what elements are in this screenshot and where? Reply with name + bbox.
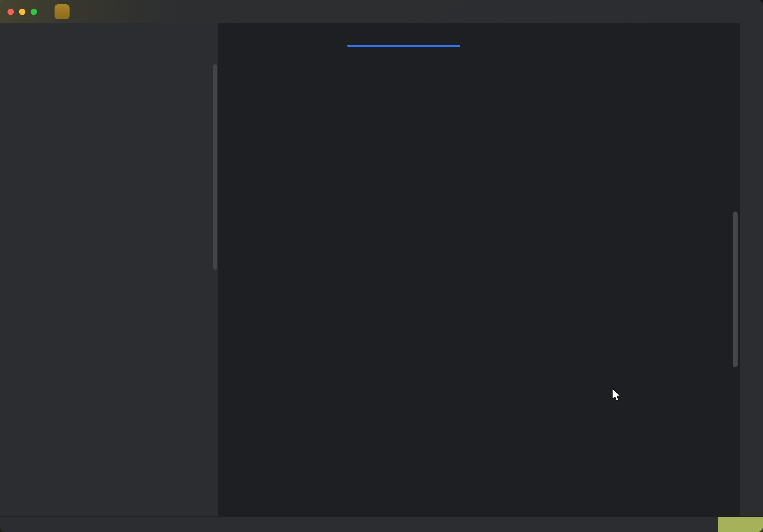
- run-toolbar: [473, 0, 581, 23]
- titlebar: [0, 0, 763, 24]
- vim-mode-badge[interactable]: [718, 517, 763, 532]
- left-tool-stripe: [0, 23, 24, 517]
- tab-javabackendapplication[interactable]: [223, 23, 227, 47]
- close-icon[interactable]: [360, 32, 367, 39]
- project-panel: [23, 23, 218, 517]
- right-tool-stripe: [740, 23, 763, 517]
- desktop: [0, 0, 763, 532]
- close-button[interactable]: [8, 9, 14, 15]
- tab-options-kebab-icon[interactable]: [722, 31, 731, 39]
- gutter-divider: [258, 47, 258, 517]
- zoom-button[interactable]: [31, 9, 37, 15]
- project-avatar: [54, 4, 69, 19]
- branch-selector[interactable]: [138, 0, 146, 23]
- active-tab-indicator: [347, 45, 460, 47]
- project-selector[interactable]: [54, 0, 78, 23]
- project-panel-header[interactable]: [34, 23, 37, 47]
- tree-scrollbar[interactable]: [213, 64, 217, 270]
- tab-productcontroller[interactable]: [351, 23, 367, 47]
- mouse-cursor: [611, 388, 621, 403]
- inspections-ok-icon[interactable]: [716, 50, 726, 60]
- editor-tabbar: [218, 23, 740, 47]
- minimize-button[interactable]: [19, 9, 25, 15]
- ideavim-icon[interactable]: [705, 520, 714, 529]
- status-bar: [0, 516, 763, 532]
- editor-area: [218, 23, 740, 517]
- ide-window: [0, 0, 763, 532]
- editor-scrollbar[interactable]: [733, 211, 738, 367]
